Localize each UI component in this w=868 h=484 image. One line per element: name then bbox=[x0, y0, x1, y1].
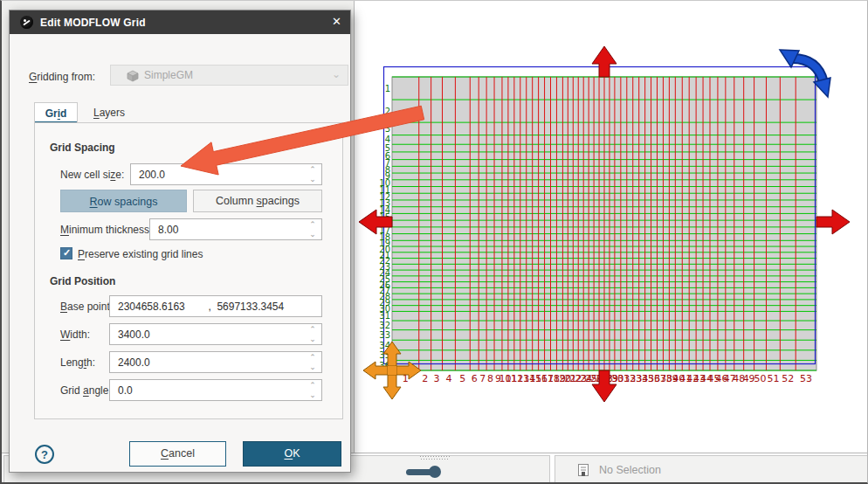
svg-text:3: 3 bbox=[434, 373, 440, 384]
grid-position-heading: Grid Position bbox=[50, 275, 115, 287]
svg-text:2: 2 bbox=[422, 373, 428, 384]
gridding-from-label: Gridding from: bbox=[29, 71, 95, 83]
spinner-down-icon[interactable]: ⌄ bbox=[307, 230, 318, 239]
selection-panel: No Selection bbox=[555, 455, 868, 484]
svg-text:7: 7 bbox=[479, 373, 486, 384]
spinner-up-icon[interactable]: ⌃ bbox=[307, 381, 318, 391]
preserve-grid-lines-checkbox[interactable] bbox=[60, 247, 72, 259]
row-spacings-button[interactable]: Row spacings bbox=[60, 190, 187, 212]
spinner-up-icon[interactable]: ⌃ bbox=[307, 220, 318, 230]
chevron-down-icon: ⌄ bbox=[332, 68, 341, 80]
minimum-thickness-label: Minimum thickness: bbox=[60, 224, 152, 236]
svg-text:3: 3 bbox=[385, 124, 390, 134]
move-north-arrow-icon[interactable] bbox=[592, 46, 617, 77]
svg-text:52: 52 bbox=[782, 373, 794, 384]
grid-angle-input[interactable]: 0.0 ⌃⌄ bbox=[109, 379, 322, 401]
spinner-up-icon[interactable]: ⌃ bbox=[307, 165, 318, 175]
preserve-grid-lines-label: Preserve existing grid lines bbox=[78, 248, 203, 260]
grid-spacing-heading: Grid Spacing bbox=[50, 142, 115, 154]
width-input[interactable]: 3400.0 ⌃⌄ bbox=[109, 323, 322, 345]
spinner-up-icon[interactable]: ⌃ bbox=[307, 353, 318, 363]
svg-text:31: 31 bbox=[379, 311, 390, 321]
app-window: 1234567891011121314151617181920212223242… bbox=[0, 0, 868, 484]
ok-button[interactable]: OK bbox=[243, 441, 341, 467]
gridding-from-value: SimpleGM bbox=[144, 69, 193, 81]
spinner-up-icon[interactable]: ⌃ bbox=[307, 325, 318, 335]
length-label: Length: bbox=[60, 356, 95, 369]
help-button[interactable]: ? bbox=[35, 445, 54, 464]
svg-text:1: 1 bbox=[385, 84, 390, 93]
base-point-label: Base point: bbox=[60, 301, 113, 313]
spinner-down-icon[interactable]: ⌄ bbox=[307, 391, 318, 400]
svg-text:2: 2 bbox=[385, 107, 390, 116]
spinner-down-icon[interactable]: ⌄ bbox=[307, 175, 318, 184]
svg-text:33: 33 bbox=[379, 330, 390, 340]
column-spacings-button[interactable]: Column spacings bbox=[193, 190, 322, 212]
gridding-from-dropdown[interactable]: SimpleGM ⌄ bbox=[110, 65, 348, 86]
no-selection-label: No Selection bbox=[599, 464, 661, 476]
svg-text:5: 5 bbox=[459, 373, 465, 384]
tab-grid[interactable]: Grid bbox=[34, 102, 78, 123]
base-point-input[interactable]: 2304658.6163 , 5697133.3454 bbox=[109, 295, 322, 317]
svg-text:51: 51 bbox=[767, 373, 779, 384]
edit-modflow-grid-dialog: Edit MODFLOW Grid ✕ Gridding from: Simpl… bbox=[9, 10, 351, 473]
leapfrog-app-icon bbox=[20, 16, 33, 29]
svg-text:8: 8 bbox=[487, 373, 493, 384]
new-cell-size-label: New cell size: bbox=[60, 169, 124, 181]
opacity-slider[interactable] bbox=[406, 466, 444, 478]
length-input[interactable]: 2400.0 ⌃⌄ bbox=[109, 351, 322, 373]
svg-text:53: 53 bbox=[800, 373, 812, 384]
svg-text:6: 6 bbox=[472, 373, 478, 384]
svg-text:32: 32 bbox=[379, 321, 390, 330]
close-icon[interactable]: ✕ bbox=[332, 15, 341, 28]
tab-layers[interactable]: Layers bbox=[85, 102, 134, 123]
width-label: Width: bbox=[60, 328, 90, 341]
dialog-title: Edit MODFLOW Grid bbox=[40, 17, 146, 29]
spinner-down-icon[interactable]: ⌄ bbox=[307, 363, 318, 372]
minimum-thickness-input[interactable]: 8.00 ⌃⌄ bbox=[149, 218, 322, 240]
svg-text:4: 4 bbox=[445, 373, 451, 384]
selection-icon bbox=[576, 462, 590, 478]
grid-lines-layer: 1234567891011121314151617181920212223242… bbox=[379, 67, 816, 385]
svg-text:50: 50 bbox=[754, 373, 767, 384]
slider-knob[interactable] bbox=[429, 466, 441, 478]
grid-angle-label: Grid angle: bbox=[60, 384, 112, 397]
spinner-down-icon[interactable]: ⌄ bbox=[307, 335, 318, 344]
new-cell-size-input[interactable]: 200.0 ⌃⌄ bbox=[130, 163, 322, 185]
cancel-button[interactable]: Cancel bbox=[129, 441, 226, 467]
geological-model-icon bbox=[127, 70, 139, 82]
move-east-arrow-icon[interactable] bbox=[816, 210, 850, 234]
panel-drag-handle[interactable] bbox=[420, 456, 450, 460]
dialog-titlebar[interactable]: Edit MODFLOW Grid ✕ bbox=[10, 10, 350, 34]
